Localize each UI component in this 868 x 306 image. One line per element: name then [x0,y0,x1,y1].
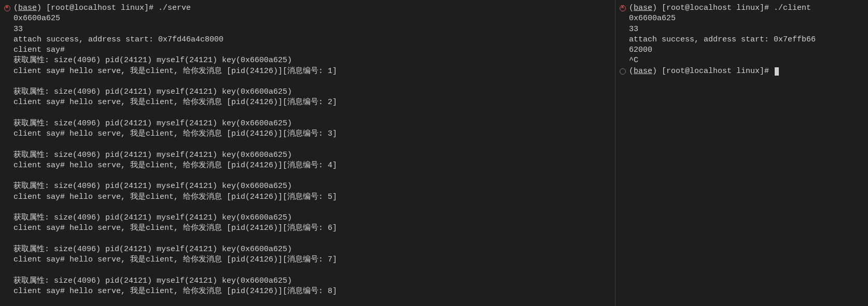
msg-line: client say# hello serve, 我是client, 给你发消息… [4,223,609,234]
msg-line: client say# hello serve, 我是client, 给你发消息… [4,286,609,297]
prompt-line-client: (base) [root@localhost linux]# ./client [620,3,862,13]
msg-line: client say# hello serve, 我是client, 给你发消息… [4,97,609,108]
blank-line [4,77,609,87]
msg-line: client say# hello serve, 我是client, 给你发消息… [4,161,609,171]
output-line: attach success, address start: 0x7effb66 [620,35,862,45]
msg-line: client say# hello serve, 我是client, 给你发消息… [4,66,609,77]
attr-line: 获取属性: size(4096) pid(24121) myself(24121… [4,150,609,161]
msg-line: client say# hello serve, 我是client, 给你发消息… [4,192,609,202]
prompt-rest: ) [root@localhost linux]# [652,67,774,76]
attr-line: 获取属性: size(4096) pid(24121) myself(24121… [4,181,609,192]
env-base: base [18,4,37,12]
prompt-rest: ) [root@localhost linux]# ./serve [37,4,191,12]
output-line: 0x6600a625 [4,13,609,24]
output-line: 62000 [620,45,862,55]
prompt-text: (base) [root@localhost linux]# ./client [629,3,811,13]
env-base: base [634,4,652,12]
msg-line: client say# hello serve, 我是client, 给你发消息… [4,129,609,139]
terminal-pane-right[interactable]: (base) [root@localhost linux]# ./client … [615,0,868,306]
prompt-line-idle: (base) [root@localhost linux]# [620,66,862,77]
blank-line [4,202,609,213]
attr-line: 获取属性: size(4096) pid(24121) myself(24121… [4,213,609,223]
output-line: client say# [4,45,609,55]
error-icon [620,5,626,11]
blank-line [4,139,609,150]
attr-line: 获取属性: size(4096) pid(24121) myself(24121… [4,55,609,66]
prompt-text: (base) [root@localhost linux]# [629,66,779,77]
attr-line: 获取属性: size(4096) pid(24121) myself(24121… [4,244,609,255]
attr-line: 获取属性: size(4096) pid(24121) myself(24121… [4,276,609,286]
blank-line [4,171,609,181]
output-line: 0x6600a625 [620,13,862,24]
prompt-rest: ) [root@localhost linux]# ./client [652,4,811,12]
output-line: 33 [620,24,862,35]
prompt-text: (base) [root@localhost linux]# ./serve [13,3,191,13]
prompt-line-serve: (base) [root@localhost linux]# ./serve [4,3,609,13]
terminal-pane-left[interactable]: (base) [root@localhost linux]# ./serve 0… [0,0,615,306]
blank-line [4,265,609,275]
cursor [775,67,779,76]
output-line: attach success, address start: 0x7fd46a4… [4,35,609,45]
output-line: ^C [620,55,862,66]
blank-line [4,234,609,244]
blank-line [4,108,609,119]
attr-line: 获取属性: size(4096) pid(24121) myself(24121… [4,119,609,129]
msg-line: client say# hello serve, 我是client, 给你发消息… [4,255,609,265]
output-line: 33 [4,24,609,35]
ok-icon [620,68,626,75]
attr-line: 获取属性: size(4096) pid(24121) myself(24121… [4,87,609,97]
env-base: base [634,67,652,76]
error-icon [4,5,10,11]
